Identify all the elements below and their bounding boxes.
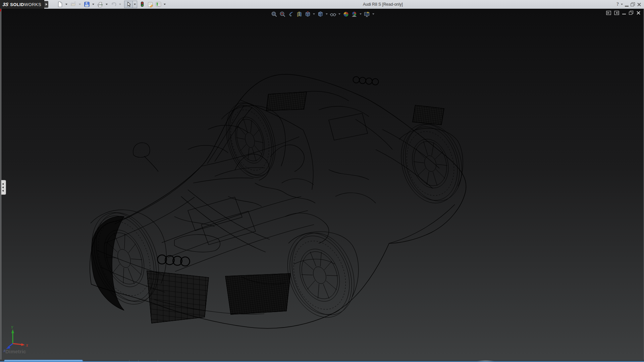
zoom-to-area-icon	[279, 11, 286, 17]
view-settings-dropdown[interactable]	[372, 10, 375, 18]
chevron-left-icon	[2, 190, 4, 192]
view-settings-button[interactable]	[363, 10, 371, 18]
titlebar: 3S SOLIDWORKS	[0, 0, 644, 9]
select-tool-group	[124, 1, 137, 8]
chevron-right-icon	[46, 3, 47, 6]
chevron-down-icon	[79, 4, 81, 5]
restore-button[interactable]	[631, 1, 635, 8]
chevron-down-icon	[621, 4, 623, 5]
file-properties-button[interactable]	[147, 1, 154, 8]
options-checklist-icon	[155, 1, 162, 7]
close-icon	[637, 2, 641, 7]
new-document-button[interactable]	[56, 1, 64, 8]
open-folder-icon	[70, 1, 76, 7]
previous-view-button[interactable]	[287, 10, 294, 18]
new-document-dropdown[interactable]	[64, 1, 68, 8]
window-left-border	[0, 9, 2, 362]
minimize-icon	[625, 6, 629, 7]
previous-window-icon	[606, 11, 611, 15]
display-style-button[interactable]	[317, 10, 324, 18]
open-document-dropdown[interactable]	[78, 1, 82, 8]
next-window-button[interactable]	[614, 10, 619, 15]
display-style-dropdown[interactable]	[325, 10, 328, 18]
taskbar-edge	[0, 360, 644, 362]
section-view-button[interactable]	[296, 10, 303, 18]
chevron-down-icon	[313, 13, 315, 15]
select-tool-dropdown[interactable]	[133, 1, 137, 8]
options-button[interactable]	[155, 1, 162, 8]
titlebar-controls: ?	[616, 0, 641, 9]
chevron-left-icon	[2, 183, 4, 185]
view-settings-icon	[364, 11, 370, 17]
hide-show-items-button[interactable]	[329, 10, 337, 18]
solidworks-window: 3S SOLIDWORKS	[0, 0, 644, 362]
chevron-left-icon	[2, 186, 4, 188]
previous-window-button[interactable]	[606, 10, 611, 15]
restore-icon	[631, 2, 635, 6]
apply-scene-icon	[351, 11, 358, 17]
save-button[interactable]	[83, 1, 91, 8]
help-button[interactable]: ?	[616, 1, 619, 8]
chevron-down-icon	[326, 13, 328, 15]
chevron-down-icon	[164, 4, 166, 5]
zoom-to-area-button[interactable]	[279, 10, 286, 18]
chevron-down-icon	[134, 4, 136, 5]
print-dropdown[interactable]	[105, 1, 108, 8]
open-document-button[interactable]	[70, 1, 77, 8]
zoom-to-fit-button[interactable]	[270, 10, 278, 18]
close-document-button[interactable]	[636, 10, 641, 15]
restore-document-button[interactable]	[629, 10, 633, 15]
rebuild-button[interactable]	[139, 1, 146, 8]
chevron-down-icon	[65, 4, 67, 5]
close-button[interactable]	[637, 1, 641, 8]
close-icon	[636, 11, 641, 15]
window-title: Audi R8 S [Read-only]	[363, 0, 403, 9]
file-properties-icon	[147, 1, 154, 7]
select-tool-button[interactable]	[124, 1, 133, 8]
undo-dropdown[interactable]	[118, 1, 122, 8]
audi-rings-rear	[353, 77, 379, 85]
options-dropdown[interactable]	[163, 1, 166, 8]
minimize-document-button[interactable]	[622, 10, 626, 15]
car-wireframe-model	[0, 9, 644, 362]
apply-scene-button[interactable]	[351, 10, 358, 18]
save-dropdown[interactable]	[91, 1, 95, 8]
zoom-to-fit-icon	[271, 11, 277, 17]
solidworks-logo-mark: 3S	[2, 2, 9, 7]
document-window-controls	[606, 10, 641, 15]
solidworks-logo-text: SOLIDWORKS	[10, 2, 41, 7]
eyeglasses-icon	[330, 11, 336, 17]
heads-up-view-toolbar	[270, 10, 375, 18]
minimize-button[interactable]	[625, 1, 629, 8]
minimize-icon	[622, 14, 626, 15]
audi-rings-front	[158, 255, 190, 266]
triad-y-label: Y	[11, 325, 14, 329]
main-toolbar	[56, 0, 167, 9]
chevron-down-icon	[119, 4, 121, 5]
print-button[interactable]	[97, 1, 104, 8]
help-dropdown[interactable]	[621, 1, 623, 8]
view-orientation-label: *Dimetric	[3, 349, 26, 354]
edit-appearance-button[interactable]	[342, 10, 350, 18]
traffic-light-icon	[139, 1, 145, 7]
new-document-icon	[57, 1, 63, 7]
view-orientation-button[interactable]	[304, 10, 311, 18]
restore-icon	[629, 11, 633, 15]
triad-x-label: X	[25, 343, 29, 347]
red-edge-mark	[0, 9, 1, 11]
apply-scene-dropdown[interactable]	[359, 10, 362, 18]
graphics-viewport[interactable]: Y X Z *Dimetric	[0, 9, 644, 362]
menu-expand-button[interactable]	[44, 1, 48, 8]
cursor-arrow-icon	[126, 2, 130, 7]
solidworks-logo[interactable]: 3S SOLIDWORKS	[0, 0, 44, 9]
chevron-down-icon	[338, 13, 340, 15]
undo-button[interactable]	[110, 1, 117, 8]
previous-view-icon	[288, 11, 294, 17]
section-view-icon	[296, 11, 303, 17]
hide-show-items-dropdown[interactable]	[338, 10, 341, 18]
printer-icon	[97, 1, 103, 7]
view-orientation-dropdown[interactable]	[312, 10, 316, 18]
next-window-icon	[614, 11, 619, 15]
display-style-icon	[317, 11, 324, 17]
undo-icon	[111, 1, 117, 7]
